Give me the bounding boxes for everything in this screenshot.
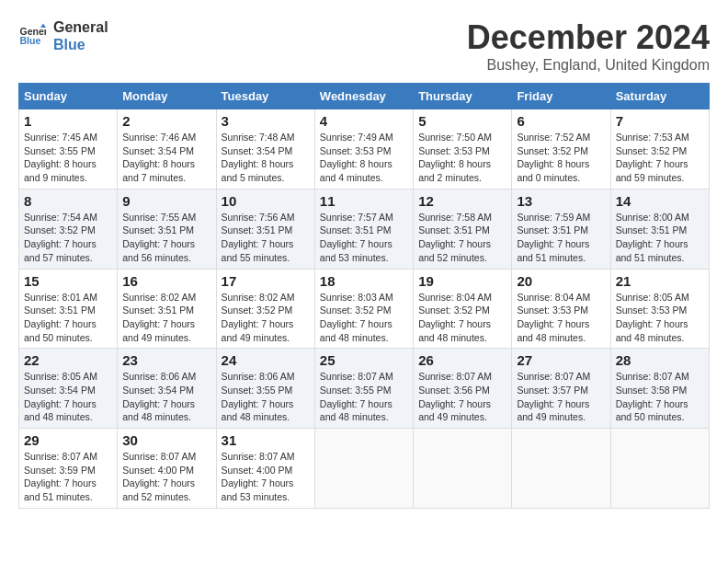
table-row: 8Sunrise: 7:54 AMSunset: 3:52 PMDaylight… (19, 189, 118, 269)
header-row: Sunday Monday Tuesday Wednesday Thursday… (19, 84, 710, 109)
table-row: 29Sunrise: 8:07 AMSunset: 3:59 PMDayligh… (19, 429, 118, 509)
week-row-2: 8Sunrise: 7:54 AMSunset: 3:52 PMDaylight… (19, 189, 710, 269)
table-row: 9Sunrise: 7:55 AMSunset: 3:51 PMDaylight… (118, 189, 216, 269)
table-row: 21Sunrise: 8:05 AMSunset: 3:53 PMDayligh… (610, 269, 709, 349)
table-row: 14Sunrise: 8:00 AMSunset: 3:51 PMDayligh… (610, 189, 709, 269)
page-header: General Blue General Blue December 2024 … (18, 18, 710, 74)
main-title: December 2024 (467, 18, 710, 57)
week-row-3: 15Sunrise: 8:01 AMSunset: 3:51 PMDayligh… (19, 269, 710, 349)
table-row: 13Sunrise: 7:59 AMSunset: 3:51 PMDayligh… (512, 189, 610, 269)
title-block: December 2024 Bushey, England, United Ki… (467, 18, 710, 74)
table-row (314, 429, 413, 509)
table-row (512, 429, 610, 509)
col-monday: Monday (118, 84, 216, 109)
table-row: 23Sunrise: 8:06 AMSunset: 3:54 PMDayligh… (118, 349, 216, 429)
table-row: 20Sunrise: 8:04 AMSunset: 3:53 PMDayligh… (512, 269, 610, 349)
table-row: 10Sunrise: 7:56 AMSunset: 3:51 PMDayligh… (216, 189, 314, 269)
col-thursday: Thursday (414, 84, 512, 109)
table-row: 24Sunrise: 8:06 AMSunset: 3:55 PMDayligh… (216, 349, 314, 429)
table-row: 4Sunrise: 7:49 AMSunset: 3:53 PMDaylight… (314, 109, 413, 190)
table-row: 16Sunrise: 8:02 AMSunset: 3:51 PMDayligh… (118, 269, 216, 349)
table-row: 5Sunrise: 7:50 AMSunset: 3:53 PMDaylight… (414, 109, 512, 190)
table-row: 2Sunrise: 7:46 AMSunset: 3:54 PMDaylight… (118, 109, 216, 190)
calendar-table: Sunday Monday Tuesday Wednesday Thursday… (18, 83, 710, 509)
week-row-5: 29Sunrise: 8:07 AMSunset: 3:59 PMDayligh… (19, 429, 710, 509)
table-row (610, 429, 709, 509)
table-row: 7Sunrise: 7:53 AMSunset: 3:52 PMDaylight… (610, 109, 709, 190)
logo-line2: Blue (53, 36, 108, 53)
table-row: 3Sunrise: 7:48 AMSunset: 3:54 PMDaylight… (216, 109, 314, 190)
table-row: 31Sunrise: 8:07 AMSunset: 4:00 PMDayligh… (216, 429, 314, 509)
week-row-4: 22Sunrise: 8:05 AMSunset: 3:54 PMDayligh… (19, 349, 710, 429)
col-friday: Friday (512, 84, 610, 109)
logo-icon: General Blue (18, 22, 46, 50)
logo: General Blue General Blue (18, 18, 108, 53)
subtitle: Bushey, England, United Kingdom (467, 57, 710, 74)
table-row: 11Sunrise: 7:57 AMSunset: 3:51 PMDayligh… (314, 189, 413, 269)
col-tuesday: Tuesday (216, 84, 314, 109)
table-row: 12Sunrise: 7:58 AMSunset: 3:51 PMDayligh… (414, 189, 512, 269)
table-row: 22Sunrise: 8:05 AMSunset: 3:54 PMDayligh… (19, 349, 118, 429)
table-row: 25Sunrise: 8:07 AMSunset: 3:55 PMDayligh… (314, 349, 413, 429)
col-sunday: Sunday (19, 84, 118, 109)
svg-text:Blue: Blue (20, 35, 41, 46)
col-wednesday: Wednesday (314, 84, 413, 109)
table-row (414, 429, 512, 509)
table-row: 17Sunrise: 8:02 AMSunset: 3:52 PMDayligh… (216, 269, 314, 349)
logo-line1: General (53, 18, 108, 36)
table-row: 19Sunrise: 8:04 AMSunset: 3:52 PMDayligh… (414, 269, 512, 349)
table-row: 28Sunrise: 8:07 AMSunset: 3:58 PMDayligh… (610, 349, 709, 429)
table-row: 18Sunrise: 8:03 AMSunset: 3:52 PMDayligh… (314, 269, 413, 349)
table-row: 26Sunrise: 8:07 AMSunset: 3:56 PMDayligh… (414, 349, 512, 429)
col-saturday: Saturday (610, 84, 709, 109)
week-row-1: 1Sunrise: 7:45 AMSunset: 3:55 PMDaylight… (19, 109, 710, 190)
table-row: 1Sunrise: 7:45 AMSunset: 3:55 PMDaylight… (19, 109, 118, 190)
table-row: 27Sunrise: 8:07 AMSunset: 3:57 PMDayligh… (512, 349, 610, 429)
table-row: 15Sunrise: 8:01 AMSunset: 3:51 PMDayligh… (19, 269, 118, 349)
table-row: 6Sunrise: 7:52 AMSunset: 3:52 PMDaylight… (512, 109, 610, 190)
table-row: 30Sunrise: 8:07 AMSunset: 4:00 PMDayligh… (118, 429, 216, 509)
